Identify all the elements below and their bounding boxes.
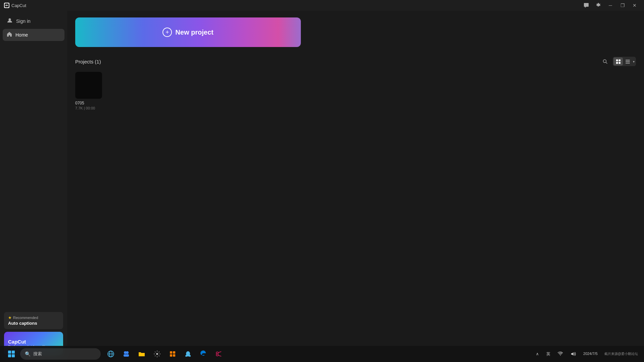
projects-grid: 0705 7.7K | 00:00 [75, 72, 636, 110]
svg-rect-4 [616, 59, 618, 61]
taskbar: 🔍 搜索 [0, 346, 644, 362]
taskbar-right: ∧ 英 2024/7/5 截片来源@爱小鹅论坛 [533, 350, 640, 358]
taskbar-app-qq[interactable] [181, 347, 195, 361]
home-icon [7, 32, 12, 38]
svg-point-15 [126, 351, 129, 354]
svg-rect-10 [626, 63, 630, 63]
title-bar: CapCut ─ ❐ ✕ [0, 0, 644, 11]
app-logo [4, 3, 9, 8]
view-chevron-icon: ▾ [632, 60, 635, 63]
project-meta: 7.7K | 00:00 [75, 106, 102, 110]
title-bar-left: CapCut [4, 3, 26, 8]
project-thumbnail [75, 72, 102, 99]
taskbar-app-cut[interactable] [212, 347, 226, 361]
svg-point-17 [156, 353, 158, 355]
svg-rect-8 [626, 60, 630, 60]
projects-actions: ▾ [600, 56, 636, 66]
svg-rect-6 [616, 62, 618, 64]
plus-icon: + [163, 28, 172, 37]
taskbar-app-globe[interactable] [103, 347, 118, 361]
app-layout: Sign in Home ★ Recommended Auto captions… [0, 0, 644, 362]
taskbar-app-folder[interactable] [134, 347, 149, 361]
taskbar-app-manager[interactable] [165, 347, 180, 361]
taskbar-date: 2024/7/5 [583, 351, 598, 356]
projects-header: Projects (1) [75, 56, 636, 66]
svg-line-3 [606, 62, 607, 63]
taskbar-app-settings[interactable] [150, 347, 165, 361]
svg-point-1 [9, 18, 11, 21]
grid-view-button[interactable] [613, 57, 623, 65]
svg-rect-5 [618, 59, 620, 61]
taskbar-tray-expand[interactable]: ∧ [533, 350, 542, 358]
svg-rect-20 [170, 354, 172, 357]
taskbar-wifi[interactable] [555, 350, 566, 358]
capcut-banner-title: CapCut [8, 339, 48, 345]
star-icon: ★ [8, 315, 12, 320]
taskbar-app-baidu[interactable] [119, 347, 134, 361]
taskbar-corner-label: 截片来源@爱小鹅论坛 [602, 351, 640, 357]
main-content: + New project Projects (1) [67, 11, 644, 362]
new-project-content: + New project [163, 28, 213, 37]
sidebar-item-home[interactable]: Home [3, 29, 64, 41]
search-projects-button[interactable] [600, 56, 610, 66]
title-bar-controls: ─ ❐ ✕ [581, 0, 640, 11]
svg-line-25 [218, 352, 221, 353]
close-button[interactable]: ✕ [629, 0, 640, 11]
lang-indicator: 英 [546, 351, 550, 357]
minimize-button[interactable]: ─ [605, 0, 616, 11]
recommended-title: Auto captions [8, 321, 59, 326]
svg-line-26 [218, 355, 221, 356]
project-card-0705[interactable]: 0705 7.7K | 00:00 [75, 72, 102, 110]
app-title: CapCut [11, 3, 26, 8]
projects-title: Projects (1) [75, 59, 101, 64]
settings-button[interactable] [593, 0, 604, 11]
user-icon [7, 17, 13, 25]
search-icon: 🔍 [25, 351, 31, 357]
svg-rect-21 [173, 354, 175, 357]
home-label: Home [15, 32, 28, 38]
restore-button[interactable]: ❐ [617, 0, 628, 11]
sidebar: Sign in Home ★ Recommended Auto captions… [0, 11, 67, 362]
feedback-button[interactable] [581, 0, 592, 11]
taskbar-app-edge[interactable] [196, 347, 211, 361]
new-project-button[interactable]: + New project [75, 17, 301, 47]
taskbar-search-bar[interactable]: 🔍 搜索 [20, 348, 101, 360]
new-project-label: New project [175, 29, 213, 36]
svg-rect-7 [618, 62, 620, 64]
signin-label: Sign in [16, 18, 31, 24]
project-name: 0705 [75, 101, 102, 105]
taskbar-apps [103, 347, 226, 361]
list-view-button[interactable] [623, 57, 632, 65]
start-button[interactable] [4, 347, 19, 361]
svg-rect-19 [173, 351, 175, 354]
taskbar-volume[interactable] [568, 350, 579, 358]
recommended-label: ★ Recommended [8, 315, 59, 320]
svg-rect-16 [124, 354, 129, 357]
taskbar-lang[interactable]: 英 [544, 350, 553, 358]
windows-logo [8, 351, 15, 357]
svg-point-24 [216, 354, 218, 356]
view-toggle: ▾ [613, 57, 636, 66]
svg-rect-9 [626, 61, 630, 62]
svg-rect-18 [170, 351, 172, 354]
search-text: 搜索 [33, 351, 42, 357]
svg-point-23 [216, 352, 218, 354]
recommended-widget[interactable]: ★ Recommended Auto captions [4, 312, 63, 329]
taskbar-datetime[interactable]: 2024/7/5 [581, 350, 600, 358]
sidebar-item-signin[interactable]: Sign in [3, 15, 64, 28]
